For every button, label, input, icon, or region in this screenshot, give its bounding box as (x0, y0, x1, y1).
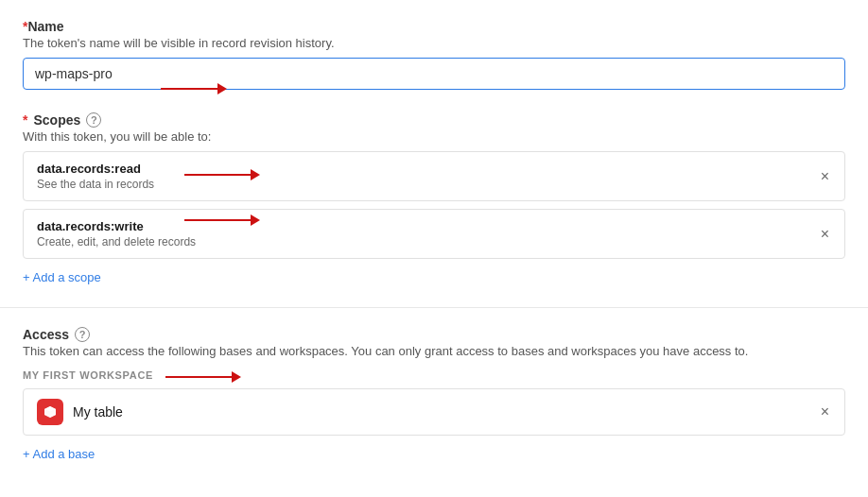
scope-read-description: See the data in records (37, 178, 807, 191)
arrow-name (161, 83, 227, 94)
name-label-text: Name (27, 19, 63, 34)
arrow-scope-write-line (184, 219, 251, 221)
scope-write-remove-button[interactable]: × (817, 225, 833, 244)
arrow-base-head (232, 371, 241, 383)
access-header: Access ? (23, 327, 845, 342)
name-hint: The token's name will be visible in reco… (23, 36, 845, 50)
arrow-base (165, 371, 241, 383)
arrow-scope-read-line (184, 174, 251, 176)
arrow-scope-read (184, 169, 260, 180)
arrow-name-line (161, 88, 217, 90)
scopes-label-text: Scopes (33, 112, 80, 128)
arrow-scope-write (184, 214, 260, 226)
name-section: *Name The token's name will be visible i… (23, 19, 845, 90)
scope-read-remove-button[interactable]: × (817, 167, 833, 186)
access-label-text: Access (23, 327, 69, 342)
base-icon (37, 399, 63, 425)
add-base-button[interactable]: + Add a base (23, 447, 95, 461)
arrow-scope-write-head (251, 214, 260, 226)
base-item-my-table: My table × (23, 388, 845, 436)
arrow-name-head (217, 83, 227, 94)
name-label: *Name (23, 19, 845, 34)
scopes-help-icon[interactable]: ? (86, 112, 101, 128)
section-divider (0, 307, 868, 308)
scope-item-write: data.records:write Create, edit, and del… (23, 209, 845, 259)
scope-write-description: Create, edit, and delete records (37, 235, 807, 248)
base-icon-svg (43, 404, 58, 420)
scope-write-name: data.records:write (37, 219, 807, 233)
base-remove-button[interactable]: × (817, 403, 833, 421)
scopes-header: *Scopes ? (23, 112, 845, 128)
name-input[interactable] (23, 58, 845, 90)
workspace-label: MY FIRST WORKSPACE (23, 369, 845, 381)
scopes-section: *Scopes ? With this token, you will be a… (23, 112, 845, 284)
access-hint: This token can access the following base… (23, 344, 845, 358)
scope-read-name: data.records:read (37, 162, 807, 176)
add-scope-button[interactable]: + Add a scope (23, 270, 101, 284)
access-help-icon[interactable]: ? (75, 327, 90, 342)
access-section: Access ? This token can access the follo… (23, 327, 845, 461)
arrow-scope-read-head (251, 169, 260, 180)
scopes-required-star: * (23, 112, 27, 128)
scope-item-read: data.records:read See the data in record… (23, 151, 845, 201)
arrow-base-line (165, 376, 232, 378)
scopes-hint: With this token, you will be able to: (23, 129, 845, 144)
base-name: My table (73, 404, 123, 420)
